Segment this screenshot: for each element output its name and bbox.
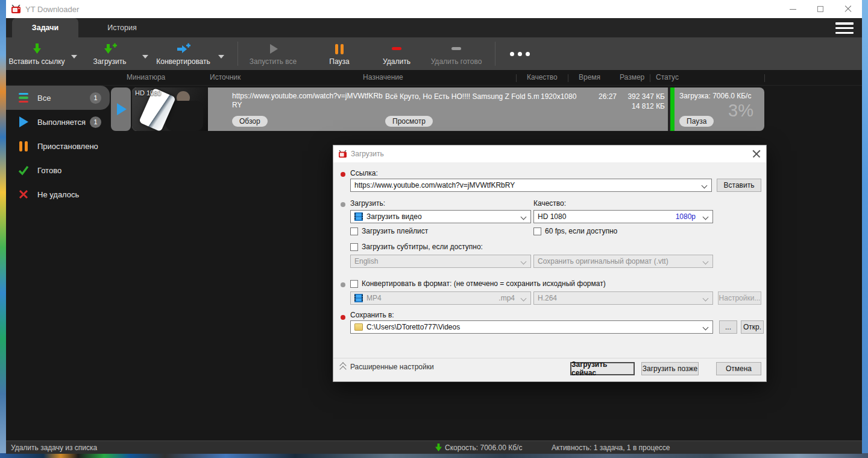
close-button[interactable] (834, 0, 862, 18)
minimize-button[interactable] (779, 0, 807, 18)
quality-label: Качество: (533, 199, 566, 208)
maximize-icon (817, 6, 823, 12)
list-all-icon (17, 91, 30, 104)
toolbar-separator (495, 42, 495, 66)
col-quality: Качество (527, 73, 558, 81)
header-separator (650, 74, 650, 82)
tab-history[interactable]: История (78, 18, 166, 37)
footer-divider (333, 358, 766, 358)
sidebar-label: Готово (37, 166, 61, 175)
more-button[interactable] (503, 37, 536, 70)
chevron-down-icon (703, 214, 709, 220)
quality-select[interactable]: HD 1080 1080p (533, 210, 713, 223)
source-url: https://www.youtube.com/watch?v=jMVWtfKR… (232, 92, 384, 110)
delete-button[interactable]: Удалить (372, 37, 421, 70)
app-logo-icon (338, 150, 347, 158)
row-size-done: 14 812 КБ (584, 102, 665, 110)
checkbox-icon (533, 227, 541, 235)
convert-caret[interactable] (215, 37, 228, 70)
download-button[interactable]: Загрузить (81, 37, 139, 70)
subtitles-checkbox[interactable]: Загрузить субтитры, если доступно: (350, 243, 483, 251)
preview-button[interactable]: Просмотр (385, 116, 433, 127)
start-all-button: Запустить все (242, 37, 304, 70)
minimize-icon (790, 9, 796, 10)
browse-folder-button[interactable]: ... (719, 320, 737, 334)
check-icon (17, 164, 30, 177)
video-thumbnail[interactable]: HD 1080 (132, 87, 208, 131)
task-row[interactable]: HD 1080 https://www.youtube.com/watch?v=… (111, 87, 764, 131)
dialog-close-icon[interactable] (752, 149, 761, 159)
paste-link-caret[interactable] (68, 37, 81, 70)
required-bullet (341, 315, 345, 320)
fps-checkbox[interactable]: 60 fps, если доступно (533, 227, 617, 235)
maximize-button[interactable] (807, 0, 834, 18)
dialog-title: Загрузить (351, 150, 384, 158)
sidebar-item-running[interactable]: Выполняется 1 (6, 110, 110, 134)
download-now-button[interactable]: Загрузить сейчас (570, 362, 635, 375)
delete-done-icon (449, 42, 464, 56)
checkbox-icon (350, 243, 358, 251)
cancel-button[interactable]: Отмена (716, 362, 761, 375)
chevron-down-icon (703, 296, 709, 302)
row-quality: 1920x1080 (541, 92, 576, 101)
speed-down-icon (435, 444, 442, 451)
tab-tasks[interactable]: Задачи (12, 18, 78, 37)
section-bullet (341, 282, 345, 287)
header-separator (764, 74, 765, 82)
open-folder-button[interactable]: Откр. (741, 320, 764, 334)
chevron-down-icon (703, 259, 709, 265)
codec-settings-button: Настройки... (718, 291, 761, 305)
download-later-button[interactable]: Загрузить позже (641, 362, 699, 375)
title-bar: YT Downloader (6, 0, 862, 18)
sidebar-item-done[interactable]: Готово (6, 158, 110, 182)
pause-button[interactable]: Пауза (316, 37, 362, 70)
convert-checkbox-label: Конвертировать в формат: (не отмечено = … (362, 279, 606, 288)
playlist-checkbox[interactable]: Загрузить плейлист (350, 227, 428, 235)
delete-done-label: Удалить готово (431, 57, 482, 66)
playlist-checkbox-label: Загрузить плейлист (362, 227, 428, 235)
progress-bar (670, 87, 675, 131)
advanced-settings-toggle[interactable]: Расширенные настройки (341, 363, 434, 371)
download-type-select[interactable]: Загрузить видео (350, 210, 531, 223)
header-separator (516, 74, 517, 82)
browse-source-button[interactable]: Обзор (232, 116, 268, 127)
link-input[interactable]: https://www.youtube.com/watch?v=jMVWtfKR… (350, 179, 712, 192)
window-title: YT Downloader (25, 5, 79, 14)
row-pause-button[interactable]: Пауза (679, 116, 714, 127)
toolbar-separator (237, 42, 238, 66)
col-thumbnail: Миниатюра (127, 73, 165, 81)
chevron-down-icon (702, 183, 708, 189)
paste-button[interactable]: Вставить (717, 179, 761, 192)
sidebar-label: Не удалось (37, 190, 79, 199)
download-caret[interactable] (139, 37, 152, 70)
table-header: Миниатюра Источник Назначение Качество В… (6, 70, 862, 86)
subtitle-language-value: English (354, 257, 378, 266)
chevron-down-icon (521, 259, 527, 265)
app-logo-icon (11, 5, 21, 14)
col-time: Время (579, 73, 600, 81)
save-path-select[interactable]: C:\Users\DToretto777\Videos (350, 320, 713, 334)
pause-icon (17, 139, 30, 153)
status-hint: Удалить задачу из списка (11, 444, 97, 452)
convert-checkbox[interactable]: Конвертировать в формат: (не отмечено = … (350, 279, 606, 288)
progress-percent: 3% (728, 101, 753, 121)
download-type-value: Загрузить видео (366, 212, 422, 221)
desktop: YT Downloader Задачи История Вставить сс… (0, 0, 868, 458)
desktop-background-left (0, 0, 6, 458)
double-chevron-up-icon (341, 363, 347, 371)
sidebar-item-all[interactable]: Все 1 (6, 86, 110, 110)
play-icon (117, 103, 127, 115)
sidebar: Все 1 Выполняется 1 Приостановлено Гото (6, 86, 110, 206)
advanced-settings-label: Расширенные настройки (350, 363, 434, 371)
codec-value: H.264 (538, 294, 557, 302)
count-badge: 1 (90, 92, 101, 104)
sidebar-item-failed[interactable]: Не удалось (6, 182, 110, 206)
paste-link-button[interactable]: Вставить ссылку (6, 37, 68, 70)
menu-icon[interactable] (835, 22, 854, 34)
sidebar-item-paused[interactable]: Приостановлено (6, 134, 110, 158)
row-play-button[interactable] (111, 87, 131, 131)
pause-label: Пауза (329, 57, 349, 66)
convert-button[interactable]: Конвертировать (152, 37, 215, 70)
download-dialog: Загрузить Ссылка: https://www.youtube.co… (333, 145, 767, 382)
thumbnail-quality-label: HD 1080 (135, 89, 161, 97)
